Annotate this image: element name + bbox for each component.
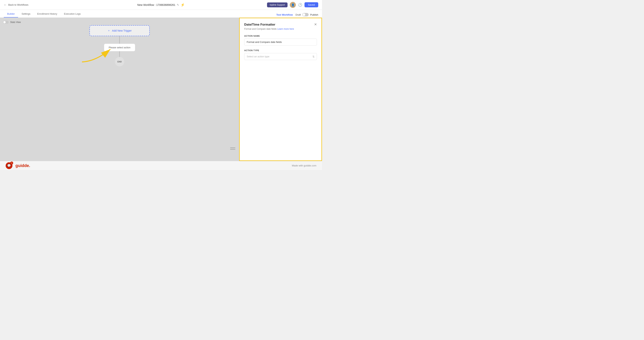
action-name-label: ACTION NAME: [244, 35, 317, 37]
action-name-input[interactable]: [244, 38, 317, 45]
top-navigation: ← Back to Workflows New Workflow : 17066…: [0, 0, 322, 10]
saved-button[interactable]: Saved: [304, 2, 318, 7]
panel-subtitle: Format and Compare date fields Learn mor…: [244, 28, 317, 30]
workflow-title-text: New Workflow : 1706636898261: [137, 3, 175, 6]
toggle-knob: [302, 13, 305, 16]
draft-label: Draft: [296, 13, 301, 16]
end-node: END: [115, 57, 124, 66]
panel-header: Date/Time Formatter ✕: [244, 23, 317, 26]
chat-icon-wrapper[interactable]: 💬 8: [6, 162, 12, 169]
tab-settings[interactable]: Settings: [18, 10, 34, 17]
back-arrow-icon: ←: [4, 3, 7, 6]
panel-title: Date/Time Formatter: [244, 23, 275, 26]
draft-toggle[interactable]: [302, 13, 309, 16]
main-canvas: Stats View ＋ Add New Trigger Please sele…: [0, 18, 322, 161]
plus-icon: ＋: [108, 29, 110, 32]
connector-line-2: [120, 51, 120, 57]
tabs-right: Test Workflow Draft Publish: [276, 13, 318, 17]
action-node[interactable]: Please select action: [104, 44, 135, 51]
tabs-left: Builder Settings Enrollment History Exec…: [4, 10, 84, 17]
scroll-indicator: [230, 148, 236, 150]
workflow-title-section: New Workflow : 1706636898261 ✎ ⚡: [137, 3, 185, 7]
nav-right-section: topline Support 👤 🕐 Saved: [267, 2, 318, 8]
test-workflow-button[interactable]: Test Workflow: [276, 13, 293, 16]
back-label: Back to Workflows: [8, 3, 28, 6]
action-type-select[interactable]: Select an action type Format date Compar…: [244, 53, 317, 60]
panel-subtitle-text: Format and Compare date fields: [244, 28, 276, 30]
draft-publish-section: Draft Publish: [296, 13, 318, 16]
back-to-workflows[interactable]: ← Back to Workflows: [4, 3, 28, 6]
stats-toggle-knob: [4, 21, 6, 23]
side-panel: Date/Time Formatter ✕ Format and Compare…: [239, 18, 322, 161]
publish-button[interactable]: Publish: [310, 13, 318, 16]
connector-line-1: [120, 36, 120, 44]
made-with-text: Made with guidde.com: [292, 164, 316, 167]
notification-badge: 8: [10, 162, 13, 165]
close-panel-button[interactable]: ✕: [314, 23, 317, 26]
action-type-wrapper: Select an action type Format date Compar…: [244, 53, 317, 60]
history-icon[interactable]: 🕐: [298, 3, 302, 7]
bottom-bar: 💬 8 guidde. Made with guidde.com: [0, 161, 322, 170]
scroll-bar-2: [230, 149, 236, 150]
action-type-label: ACTION TYPE: [244, 49, 317, 51]
please-select-action-label: Please select action: [109, 46, 130, 49]
scroll-bar-1: [230, 148, 236, 148]
lightning-icon: ⚡: [180, 3, 185, 7]
avatar[interactable]: 👤: [290, 2, 296, 8]
add-trigger-button[interactable]: ＋ Add New Trigger: [90, 25, 150, 36]
guidde-logo-text: guidde.: [16, 163, 30, 168]
learn-more-link[interactable]: Learn more here: [277, 28, 294, 30]
add-trigger-label: Add New Trigger: [112, 29, 132, 32]
tab-execution-logs[interactable]: Execution Logs: [61, 10, 84, 17]
canvas-content: ＋ Add New Trigger Please select action E…: [0, 18, 239, 161]
end-label: END: [117, 61, 122, 63]
edit-title-icon[interactable]: ✎: [177, 3, 179, 6]
guidde-logo: guidde.: [16, 163, 30, 168]
tab-enrollment-history[interactable]: Enrollment History: [34, 10, 60, 17]
tabs-bar: Builder Settings Enrollment History Exec…: [0, 10, 322, 18]
stats-view-section: Stats View: [3, 21, 21, 24]
stats-view-label: Stats View: [10, 21, 21, 23]
topline-support-button[interactable]: topline Support: [267, 2, 288, 7]
tab-builder[interactable]: Builder: [4, 10, 18, 17]
stats-view-toggle[interactable]: [3, 21, 9, 24]
